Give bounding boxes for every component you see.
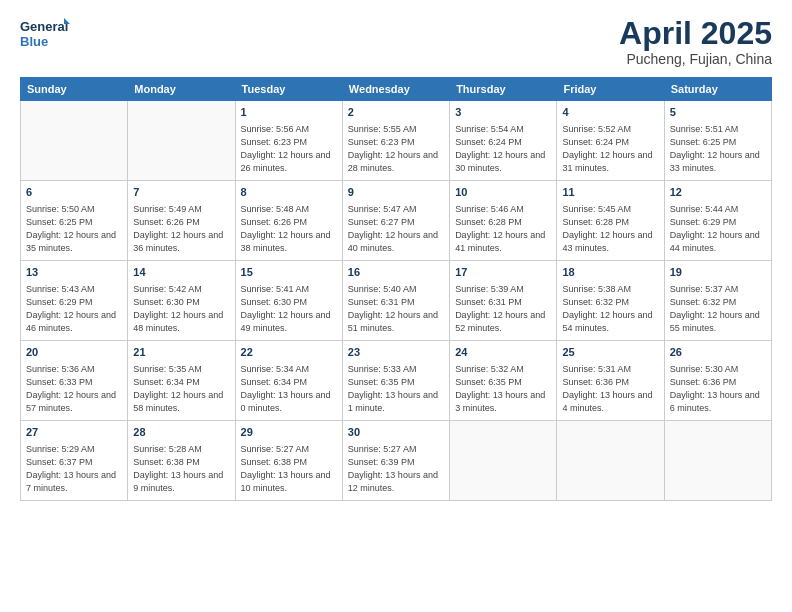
day-info: Sunrise: 5:49 AM Sunset: 6:26 PM Dayligh…: [133, 203, 229, 255]
calendar-cell: 11Sunrise: 5:45 AM Sunset: 6:28 PM Dayli…: [557, 181, 664, 261]
calendar-cell: 23Sunrise: 5:33 AM Sunset: 6:35 PM Dayli…: [342, 341, 449, 421]
calendar-cell: [128, 101, 235, 181]
day-number: 21: [133, 345, 229, 360]
day-number: 26: [670, 345, 766, 360]
calendar-cell: 4Sunrise: 5:52 AM Sunset: 6:24 PM Daylig…: [557, 101, 664, 181]
day-info: Sunrise: 5:48 AM Sunset: 6:26 PM Dayligh…: [241, 203, 337, 255]
calendar-cell: 12Sunrise: 5:44 AM Sunset: 6:29 PM Dayli…: [664, 181, 771, 261]
calendar-cell: 26Sunrise: 5:30 AM Sunset: 6:36 PM Dayli…: [664, 341, 771, 421]
calendar-weekday: Monday: [128, 78, 235, 101]
day-number: 3: [455, 105, 551, 120]
header: General Blue April 2025 Pucheng, Fujian,…: [20, 16, 772, 67]
day-info: Sunrise: 5:39 AM Sunset: 6:31 PM Dayligh…: [455, 283, 551, 335]
calendar-cell: 5Sunrise: 5:51 AM Sunset: 6:25 PM Daylig…: [664, 101, 771, 181]
day-number: 1: [241, 105, 337, 120]
calendar-week-row: 1Sunrise: 5:56 AM Sunset: 6:23 PM Daylig…: [21, 101, 772, 181]
calendar-cell: 27Sunrise: 5:29 AM Sunset: 6:37 PM Dayli…: [21, 421, 128, 501]
calendar-cell: [21, 101, 128, 181]
title-block: April 2025 Pucheng, Fujian, China: [619, 16, 772, 67]
calendar-cell: 30Sunrise: 5:27 AM Sunset: 6:39 PM Dayli…: [342, 421, 449, 501]
calendar-cell: 24Sunrise: 5:32 AM Sunset: 6:35 PM Dayli…: [450, 341, 557, 421]
calendar-cell: 6Sunrise: 5:50 AM Sunset: 6:25 PM Daylig…: [21, 181, 128, 261]
day-info: Sunrise: 5:28 AM Sunset: 6:38 PM Dayligh…: [133, 443, 229, 495]
calendar-cell: 20Sunrise: 5:36 AM Sunset: 6:33 PM Dayli…: [21, 341, 128, 421]
calendar-weekday: Tuesday: [235, 78, 342, 101]
calendar: SundayMondayTuesdayWednesdayThursdayFrid…: [20, 77, 772, 501]
calendar-cell: [557, 421, 664, 501]
calendar-cell: 22Sunrise: 5:34 AM Sunset: 6:34 PM Dayli…: [235, 341, 342, 421]
calendar-week-row: 13Sunrise: 5:43 AM Sunset: 6:29 PM Dayli…: [21, 261, 772, 341]
day-info: Sunrise: 5:36 AM Sunset: 6:33 PM Dayligh…: [26, 363, 122, 415]
calendar-cell: 13Sunrise: 5:43 AM Sunset: 6:29 PM Dayli…: [21, 261, 128, 341]
calendar-cell: 19Sunrise: 5:37 AM Sunset: 6:32 PM Dayli…: [664, 261, 771, 341]
day-info: Sunrise: 5:43 AM Sunset: 6:29 PM Dayligh…: [26, 283, 122, 335]
day-info: Sunrise: 5:38 AM Sunset: 6:32 PM Dayligh…: [562, 283, 658, 335]
day-number: 4: [562, 105, 658, 120]
day-number: 30: [348, 425, 444, 440]
day-info: Sunrise: 5:51 AM Sunset: 6:25 PM Dayligh…: [670, 123, 766, 175]
day-number: 19: [670, 265, 766, 280]
day-number: 25: [562, 345, 658, 360]
day-number: 22: [241, 345, 337, 360]
day-number: 15: [241, 265, 337, 280]
day-number: 12: [670, 185, 766, 200]
day-number: 11: [562, 185, 658, 200]
calendar-cell: 10Sunrise: 5:46 AM Sunset: 6:28 PM Dayli…: [450, 181, 557, 261]
calendar-cell: 25Sunrise: 5:31 AM Sunset: 6:36 PM Dayli…: [557, 341, 664, 421]
logo: General Blue: [20, 16, 70, 52]
day-number: 17: [455, 265, 551, 280]
day-number: 6: [26, 185, 122, 200]
day-info: Sunrise: 5:47 AM Sunset: 6:27 PM Dayligh…: [348, 203, 444, 255]
day-info: Sunrise: 5:55 AM Sunset: 6:23 PM Dayligh…: [348, 123, 444, 175]
day-number: 29: [241, 425, 337, 440]
day-number: 8: [241, 185, 337, 200]
calendar-cell: 29Sunrise: 5:27 AM Sunset: 6:38 PM Dayli…: [235, 421, 342, 501]
day-info: Sunrise: 5:32 AM Sunset: 6:35 PM Dayligh…: [455, 363, 551, 415]
day-info: Sunrise: 5:45 AM Sunset: 6:28 PM Dayligh…: [562, 203, 658, 255]
day-number: 9: [348, 185, 444, 200]
calendar-weekday: Friday: [557, 78, 664, 101]
day-info: Sunrise: 5:46 AM Sunset: 6:28 PM Dayligh…: [455, 203, 551, 255]
calendar-weekday: Thursday: [450, 78, 557, 101]
day-info: Sunrise: 5:56 AM Sunset: 6:23 PM Dayligh…: [241, 123, 337, 175]
day-number: 18: [562, 265, 658, 280]
day-info: Sunrise: 5:52 AM Sunset: 6:24 PM Dayligh…: [562, 123, 658, 175]
day-info: Sunrise: 5:29 AM Sunset: 6:37 PM Dayligh…: [26, 443, 122, 495]
day-info: Sunrise: 5:31 AM Sunset: 6:36 PM Dayligh…: [562, 363, 658, 415]
day-number: 2: [348, 105, 444, 120]
calendar-cell: 1Sunrise: 5:56 AM Sunset: 6:23 PM Daylig…: [235, 101, 342, 181]
day-info: Sunrise: 5:27 AM Sunset: 6:39 PM Dayligh…: [348, 443, 444, 495]
calendar-cell: 18Sunrise: 5:38 AM Sunset: 6:32 PM Dayli…: [557, 261, 664, 341]
day-number: 16: [348, 265, 444, 280]
calendar-cell: 28Sunrise: 5:28 AM Sunset: 6:38 PM Dayli…: [128, 421, 235, 501]
day-info: Sunrise: 5:27 AM Sunset: 6:38 PM Dayligh…: [241, 443, 337, 495]
calendar-cell: [450, 421, 557, 501]
day-number: 5: [670, 105, 766, 120]
calendar-cell: 17Sunrise: 5:39 AM Sunset: 6:31 PM Dayli…: [450, 261, 557, 341]
calendar-week-row: 20Sunrise: 5:36 AM Sunset: 6:33 PM Dayli…: [21, 341, 772, 421]
day-number: 27: [26, 425, 122, 440]
day-info: Sunrise: 5:37 AM Sunset: 6:32 PM Dayligh…: [670, 283, 766, 335]
calendar-week-row: 6Sunrise: 5:50 AM Sunset: 6:25 PM Daylig…: [21, 181, 772, 261]
calendar-cell: 9Sunrise: 5:47 AM Sunset: 6:27 PM Daylig…: [342, 181, 449, 261]
day-info: Sunrise: 5:35 AM Sunset: 6:34 PM Dayligh…: [133, 363, 229, 415]
main-title: April 2025: [619, 16, 772, 51]
calendar-cell: [664, 421, 771, 501]
calendar-cell: 15Sunrise: 5:41 AM Sunset: 6:30 PM Dayli…: [235, 261, 342, 341]
calendar-cell: 14Sunrise: 5:42 AM Sunset: 6:30 PM Dayli…: [128, 261, 235, 341]
calendar-cell: 21Sunrise: 5:35 AM Sunset: 6:34 PM Dayli…: [128, 341, 235, 421]
day-number: 23: [348, 345, 444, 360]
day-info: Sunrise: 5:33 AM Sunset: 6:35 PM Dayligh…: [348, 363, 444, 415]
day-info: Sunrise: 5:41 AM Sunset: 6:30 PM Dayligh…: [241, 283, 337, 335]
day-number: 28: [133, 425, 229, 440]
calendar-cell: 7Sunrise: 5:49 AM Sunset: 6:26 PM Daylig…: [128, 181, 235, 261]
day-number: 14: [133, 265, 229, 280]
day-info: Sunrise: 5:42 AM Sunset: 6:30 PM Dayligh…: [133, 283, 229, 335]
calendar-cell: 8Sunrise: 5:48 AM Sunset: 6:26 PM Daylig…: [235, 181, 342, 261]
day-number: 20: [26, 345, 122, 360]
logo-svg: General Blue: [20, 16, 70, 52]
day-number: 13: [26, 265, 122, 280]
calendar-weekday: Wednesday: [342, 78, 449, 101]
day-number: 24: [455, 345, 551, 360]
calendar-header-row: SundayMondayTuesdayWednesdayThursdayFrid…: [21, 78, 772, 101]
